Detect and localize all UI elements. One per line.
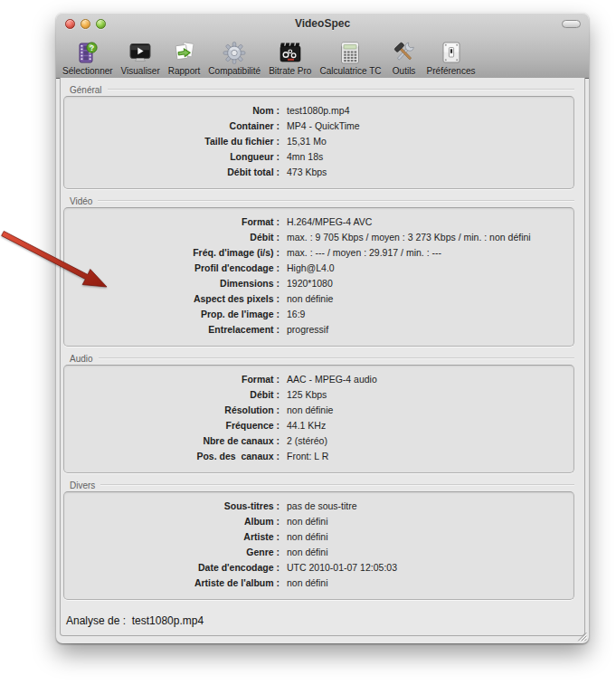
- toolbar-label: Outils: [393, 66, 416, 76]
- info-row: Album :non défini: [64, 514, 568, 529]
- toolbar-item-bitrate-pro[interactable]: Bitrate Pro: [269, 39, 311, 76]
- info-row: Prop. de l'image :16:9: [64, 307, 568, 322]
- info-row: Artiste de l'album :non défini: [64, 576, 568, 591]
- info-row: Longueur :4mn 18s: [64, 149, 568, 165]
- info-row: Débit :125 Kbps: [64, 387, 568, 403]
- film-reel-icon: [276, 39, 305, 66]
- info-row: Résolution :non définie: [64, 403, 568, 418]
- gear-icon: [220, 39, 249, 66]
- toolbar-item-preferences[interactable]: Préférences: [427, 39, 476, 76]
- info-row: Taille du fichier :15,31 Mo: [64, 134, 568, 149]
- section-title: Général: [70, 85, 102, 95]
- player-display-icon: [126, 39, 155, 66]
- info-row: Genre :non défini: [64, 545, 568, 560]
- section-general: Général Nom :test1080p.mp4 Container :MP…: [63, 83, 574, 189]
- svg-text:?: ?: [90, 43, 94, 52]
- toolbar-label: Calculatrice TC: [319, 66, 381, 76]
- toolbar-label: Sélectionner: [62, 66, 113, 76]
- info-row: Aspect des pixels :non définie: [64, 291, 568, 307]
- toolbar-label: Préférences: [427, 66, 476, 76]
- info-row: Artiste :non défini: [64, 529, 568, 545]
- section-box: Nom :test1080p.mp4 Container :MP4 - Quic…: [63, 96, 574, 189]
- toolbar-item-rapport[interactable]: Rapport: [168, 39, 201, 76]
- info-row: Nom :test1080p.mp4: [64, 103, 568, 119]
- info-row: Container :MP4 - QuickTime: [64, 119, 568, 134]
- section-title: Vidéo: [70, 196, 92, 206]
- toolbar-item-compatibilite[interactable]: Compatibilité: [208, 39, 261, 76]
- section-audio: Audio Format :AAC - MPEG-4 audio Débit :…: [63, 352, 574, 473]
- toolbar-item-calculatrice-tc[interactable]: Calculatrice TC: [319, 39, 381, 76]
- info-row: Nbre de canaux :2 (stéréo): [64, 433, 568, 449]
- section-title: Divers: [70, 480, 95, 490]
- section-divider: [108, 89, 574, 90]
- toolbar-label: Bitrate Pro: [269, 66, 311, 76]
- info-row: Débit :max. : 9 705 Kbps / moyen : 3 273…: [64, 230, 568, 245]
- videospec-window: VideoSpec: [56, 13, 589, 643]
- section-box: Format :H.264/MPEG-4 AVC Débit :max. : 9…: [63, 207, 574, 347]
- info-row: Débit total :473 Kbps: [64, 165, 568, 180]
- window-chrome: VideoSpec: [56, 13, 589, 79]
- info-row: Profil d'encodage :High@L4.0: [64, 261, 568, 276]
- film-question-icon: ?: [73, 39, 102, 66]
- titlebar[interactable]: VideoSpec: [56, 13, 589, 34]
- info-row: Date d'encodage :UTC 2010-01-07 12:05:03: [64, 560, 568, 576]
- switch-plate-icon: [437, 39, 466, 66]
- section-box: Sous-titres :pas de sous-titre Album :no…: [63, 491, 574, 600]
- info-row: Sous-titres :pas de sous-titre: [64, 499, 568, 514]
- tools-icon: [390, 39, 419, 66]
- toolbar-item-selectionner[interactable]: ? Sélectionner: [62, 39, 113, 76]
- section-divider: [98, 200, 574, 202]
- info-row-dimensions: Dimensions :1920*1080: [64, 276, 568, 291]
- section-title: Audio: [70, 354, 93, 364]
- toolbar: ? Sélectionner Visualiser: [62, 34, 583, 78]
- info-row: Fréq. d'image (i/s) :max. : --- / moyen …: [64, 245, 568, 261]
- toolbar-item-visualiser[interactable]: Visualiser: [121, 39, 160, 76]
- toolbar-label: Rapport: [168, 66, 201, 76]
- section-divider: [100, 484, 574, 486]
- window-title: VideoSpec: [56, 17, 589, 30]
- toolbar-item-outils[interactable]: Outils: [390, 39, 419, 76]
- section-video: Vidéo Format :H.264/MPEG-4 AVC Débit :ma…: [63, 195, 574, 347]
- info-row: Pos. des canaux :Front: L R: [64, 449, 568, 464]
- toolbar-label: Visualiser: [121, 66, 160, 76]
- section-divider: [99, 357, 574, 359]
- info-row: Format :H.264/MPEG-4 AVC: [64, 214, 568, 230]
- toolbar-label: Compatibilité: [208, 66, 261, 76]
- analysis-status: Analyse de : test1080p.mp4: [66, 614, 204, 627]
- info-row: Fréquence :44.1 KHz: [64, 418, 568, 433]
- info-row: Format :AAC - MPEG-4 audio: [64, 372, 568, 387]
- section-box: Format :AAC - MPEG-4 audio Débit :125 Kb…: [63, 365, 574, 473]
- toolbar-toggle-button[interactable]: [562, 20, 581, 28]
- section-divers: Divers Sous-titres :pas de sous-titre Al…: [63, 479, 574, 600]
- calculator-icon: [336, 39, 365, 66]
- info-panel: Général Nom :test1080p.mp4 Container :MP…: [60, 78, 585, 636]
- report-pages-icon: [170, 39, 199, 66]
- resize-grip-icon[interactable]: [576, 631, 587, 642]
- info-row: Entrelacement :progressif: [64, 322, 568, 338]
